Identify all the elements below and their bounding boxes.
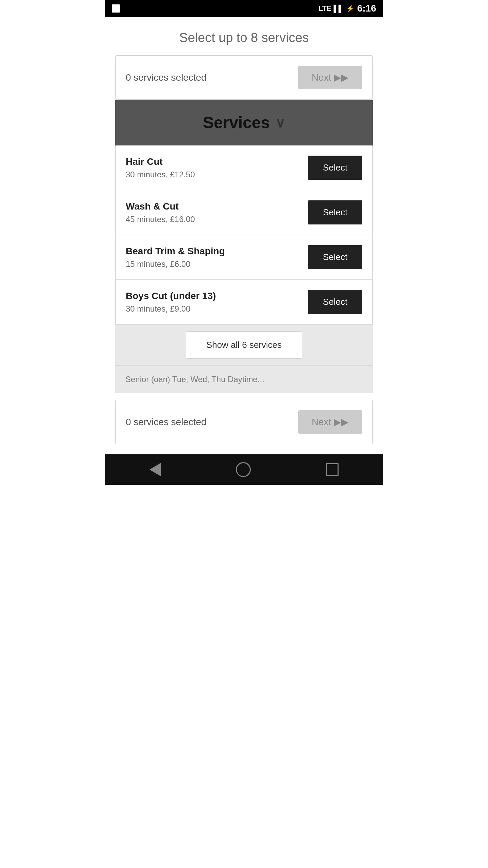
partial-service-row: Senior (oan) Tue, Wed, Thu Daytime... [115,366,373,393]
service-item-wash-cut: Wash & Cut 45 minutes, £16.00 Select [116,190,372,235]
top-next-button[interactable]: Next ▶▶ [298,66,362,89]
bottom-services-bar: 0 services selected Next ▶▶ [115,400,373,444]
select-button-beard-trim[interactable]: Select [308,245,362,269]
nav-bar [105,454,383,485]
status-bar: LTE ▌▌ ⚡ 6:16 [105,0,383,17]
clock: 6:16 [357,3,376,14]
select-button-haircut[interactable]: Select [308,156,362,180]
service-item-boys-cut: Boys Cut (under 13) 30 minutes, £9.00 Se… [116,280,372,324]
services-header-label: Services [203,113,270,132]
services-section-header[interactable]: Services ∨ [115,100,373,145]
select-button-wash-cut[interactable]: Select [308,200,362,224]
home-button[interactable] [236,462,251,477]
service-name-haircut: Hair Cut [126,156,195,167]
chevron-down-icon: ∨ [275,115,285,131]
status-bar-left [112,4,120,13]
bottom-services-selected-count: 0 services selected [126,417,206,428]
recent-apps-icon [326,463,339,476]
top-services-bar: 0 services selected Next ▶▶ [115,55,373,100]
back-button[interactable] [149,463,161,476]
service-name-boys-cut: Boys Cut (under 13) [126,291,216,301]
service-details-wash-cut: 45 minutes, £16.00 [126,215,195,224]
show-all-services-button[interactable]: Show all 6 services [186,331,303,359]
select-button-boys-cut[interactable]: Select [308,290,362,314]
service-item-haircut: Hair Cut 30 minutes, £12.50 Select [116,145,372,190]
recent-apps-button[interactable] [326,463,339,476]
sim-card-icon [112,4,120,13]
page-title: Select up to 8 services [105,17,383,55]
status-bar-right: LTE ▌▌ ⚡ 6:16 [319,3,376,14]
home-icon [236,462,251,477]
service-name-wash-cut: Wash & Cut [126,201,195,212]
back-icon [149,463,161,476]
lte-badge: LTE [319,4,331,13]
service-item-beard-trim: Beard Trim & Shaping 15 minutes, £6.00 S… [116,235,372,280]
service-list: Hair Cut 30 minutes, £12.50 Select Wash … [115,145,373,324]
service-details-beard-trim: 15 minutes, £6.00 [126,259,225,269]
service-details-boys-cut: 30 minutes, £9.00 [126,304,216,314]
service-details-haircut: 30 minutes, £12.50 [126,170,195,179]
service-name-beard-trim: Beard Trim & Shaping [126,246,225,257]
top-services-selected-count: 0 services selected [126,72,206,83]
partial-service-name: Senior (oan) Tue, Wed, Thu Daytime... [125,375,264,384]
show-all-container: Show all 6 services [115,324,373,366]
bottom-next-button[interactable]: Next ▶▶ [298,410,362,434]
battery-icon: ⚡ [346,4,354,13]
signal-icon: ▌▌ [334,5,343,13]
